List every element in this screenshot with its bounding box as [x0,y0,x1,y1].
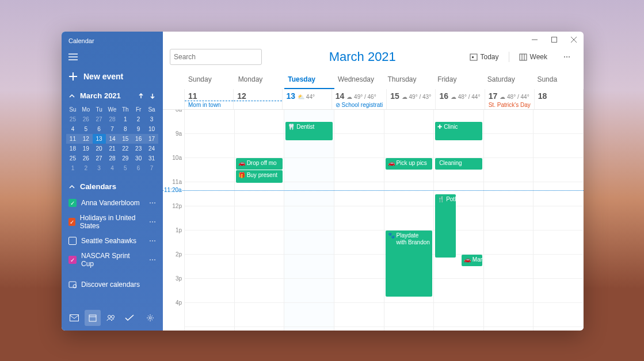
mini-cal-day[interactable]: 1 [119,114,132,124]
minimize-button[interactable] [525,32,544,48]
checkbox[interactable] [68,218,75,226]
calendar-icon[interactable] [85,310,101,326]
new-event-button[interactable]: New event [62,66,163,87]
mini-cal-day[interactable]: 10 [145,124,158,134]
day-column[interactable] [334,110,384,331]
mini-cal-day[interactable]: 4 [106,163,119,173]
date-cell[interactable]: 13⛅ 44° [283,89,331,109]
event[interactable]: 🚗Pick up pics [386,158,433,170]
mini-cal-day[interactable]: 6 [93,124,106,134]
event[interactable]: 🍴Potl [435,194,456,258]
calendar-item[interactable]: NASCAR Sprint Cup⋯ [67,248,157,271]
day-column[interactable]: 🚗Drop off mo🎁Buy present [235,110,285,331]
checkbox[interactable] [68,256,77,264]
event[interactable]: 🦷Dentist [285,122,333,140]
day-header[interactable]: Monday [235,71,285,89]
date-cell[interactable]: 12 [234,89,283,109]
mini-cal-day[interactable]: 5 [79,124,93,134]
day-column[interactable]: 🦷Dentist [284,110,334,331]
todo-icon[interactable] [121,310,138,326]
mini-cal-day[interactable]: 7 [106,124,119,134]
chevron-up-icon[interactable] [68,93,75,99]
today-button[interactable]: Today [463,49,505,64]
day-header[interactable]: Sunday [185,71,235,89]
calendar-item[interactable]: Seattle Seahawks⋯ [67,233,157,248]
date-cell[interactable]: 18 [535,89,584,109]
discover-calendars[interactable]: Discover calendars [62,276,163,293]
more-icon[interactable]: ⋯ [149,237,156,245]
checkbox[interactable] [68,199,77,207]
people-icon[interactable] [103,310,119,326]
day-column[interactable]: ✚ClinicCleaning🍴Potl🚗Mar [434,110,484,331]
mini-cal-day[interactable]: 26 [79,153,93,163]
mini-cal-day[interactable]: 11 [66,134,79,144]
day-header[interactable]: Tuesday [284,71,334,89]
mini-cal-day[interactable]: 16 [132,134,145,144]
event[interactable]: 🎁Buy present [236,170,283,183]
mini-cal-day[interactable]: 7 [145,163,158,173]
day-header[interactable]: Thursday [384,71,435,89]
mini-cal-day[interactable]: 29 [119,153,132,163]
mini-cal-day[interactable]: 2 [79,163,93,173]
settings-icon[interactable] [142,310,158,326]
hamburger-icon[interactable] [62,50,163,66]
mini-cal-day[interactable]: 2 [132,114,145,124]
mini-cal-day[interactable]: 8 [119,124,132,134]
mini-cal-day[interactable]: 14 [106,134,119,144]
mini-cal-day[interactable]: 17 [145,134,158,144]
date-cell[interactable]: 15☁ 49° / 43° [387,89,436,109]
mini-cal-day[interactable]: 28 [106,153,119,163]
more-icon[interactable]: ⋯ [149,256,156,264]
mini-cal-day[interactable]: 1 [66,163,79,173]
mini-cal-day[interactable]: 31 [145,153,158,163]
day-column[interactable]: 🚗Pick up pics🐾Playdate with Brandon [384,110,435,331]
chevron-up-icon[interactable] [68,183,75,190]
date-cell[interactable]: 14☁ 49° / 46°⊘ School registrati [332,89,387,109]
calendar-item[interactable]: Holidays in United States⋯ [67,210,157,233]
mini-cal-day[interactable]: 25 [66,114,79,124]
mini-cal-day[interactable]: 23 [132,144,145,153]
mini-cal-day[interactable]: 20 [93,144,106,153]
mini-cal-day[interactable]: 6 [132,163,145,173]
calendar-item[interactable]: Anna Vanderbloom⋯ [67,195,157,210]
mini-cal-day[interactable]: 9 [132,124,145,134]
day-column[interactable] [185,110,235,331]
checkbox[interactable] [68,237,77,245]
mini-cal-day[interactable]: 25 [66,153,79,163]
day-header[interactable]: Wednesday [334,71,384,89]
event[interactable]: 🚗Mar [462,255,482,266]
event[interactable]: ✚Clinic [435,122,482,140]
date-cell[interactable]: 16☁ 48° / 44° [436,89,485,109]
mail-icon[interactable] [66,310,82,326]
date-cell[interactable]: 17☁ 48° / 44°St. Patrick's Day [485,89,535,109]
arrow-up-icon[interactable] [138,93,144,99]
more-icon[interactable]: ⋯ [149,218,156,226]
search-box[interactable] [170,49,262,65]
event[interactable]: 🐾Playdate with Brandon [386,231,433,297]
mini-cal-day[interactable]: 3 [145,114,158,124]
event[interactable]: 🚗Drop off mo [236,158,283,170]
day-column[interactable] [534,110,584,331]
mini-cal-day[interactable]: 19 [79,144,93,153]
more-icon[interactable]: ⋯ [149,199,156,207]
mini-cal-day[interactable]: 21 [106,144,119,153]
mini-cal-day[interactable]: 24 [145,144,158,153]
mini-cal-day[interactable]: 13 [93,134,106,144]
date-cell[interactable]: 11Mom in town [185,89,234,109]
mini-calendar[interactable]: SuMoTuWeThFrSa25262728123456789101112131… [62,105,163,178]
mini-cal-day[interactable]: 18 [66,144,79,153]
week-button[interactable]: Week [513,49,554,64]
mini-cal-day[interactable]: 12 [79,134,93,144]
day-header[interactable]: Saturday [484,71,534,89]
mini-cal-day[interactable]: 22 [119,144,132,153]
mini-cal-day[interactable]: 30 [132,153,145,163]
mini-cal-day[interactable]: 27 [93,114,106,124]
event[interactable]: Cleaning [435,158,482,170]
mini-cal-day[interactable]: 3 [93,163,106,173]
mini-cal-day[interactable]: 15 [119,134,132,144]
close-button[interactable] [564,32,584,48]
mini-cal-day[interactable]: 27 [93,153,106,163]
mini-cal-day[interactable]: 4 [66,124,79,134]
day-header[interactable]: Sunda [534,71,584,89]
day-header[interactable]: Friday [434,71,484,89]
